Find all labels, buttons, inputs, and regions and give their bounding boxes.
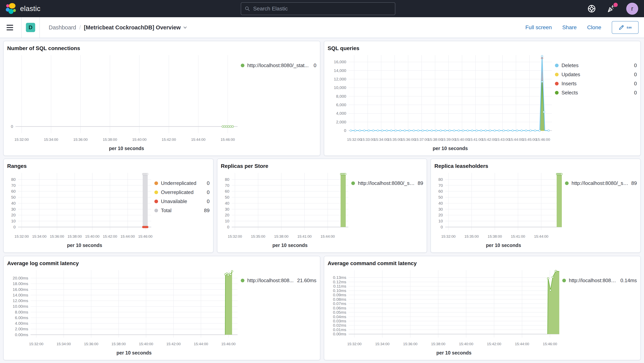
global-search bbox=[241, 2, 395, 15]
space-badge[interactable]: D bbox=[26, 23, 35, 32]
plot: 15:32:0015:35:0015:38:0015:41:0015:44:00… bbox=[438, 173, 562, 248]
panel-replica-leaseholders: Replica leaseholders 15:32:0015:35:0015:… bbox=[430, 159, 641, 253]
legend-swatch-icon bbox=[565, 181, 569, 185]
legend-item[interactable]: http://localhost:8080/_sta... 89 bbox=[351, 180, 423, 186]
legend-value: 0 bbox=[207, 180, 210, 186]
svg-text:0.00ms: 0.00ms bbox=[15, 332, 28, 337]
share-button[interactable]: Share bbox=[562, 24, 577, 31]
svg-text:15:40:00: 15:40:00 bbox=[139, 342, 153, 346]
panel-sql-connections: Number of SQL connections 15:32:0015:34:… bbox=[3, 41, 320, 156]
legend-label: http://localhost:8080... bbox=[569, 277, 618, 283]
legend-item[interactable]: Underreplicated 0 bbox=[154, 180, 210, 186]
legend-label: http://localhost:8080/_stat... bbox=[247, 63, 311, 69]
svg-text:10: 10 bbox=[438, 219, 443, 223]
legend-item[interactable]: Inserts 0 bbox=[555, 81, 637, 87]
svg-text:15:41:00: 15:41:00 bbox=[468, 138, 483, 142]
breadcrumb-separator: / bbox=[79, 24, 81, 31]
svg-text:15:38:00: 15:38:00 bbox=[103, 138, 117, 142]
svg-text:15:36:00: 15:36:00 bbox=[401, 138, 415, 142]
legend-swatch-icon bbox=[351, 181, 355, 185]
svg-text:15:42:00: 15:42:00 bbox=[166, 342, 181, 346]
panel-title: Ranges bbox=[7, 163, 210, 169]
svg-text:15:32:00: 15:32:00 bbox=[29, 342, 44, 346]
legend-swatch-icon bbox=[154, 209, 158, 212]
panel-title: Replica leaseholders bbox=[434, 163, 637, 169]
svg-text:15:46:00: 15:46:00 bbox=[221, 342, 236, 346]
panel-title: Average log commit latency bbox=[7, 260, 316, 267]
legend-item[interactable]: Total 89 bbox=[154, 207, 210, 213]
svg-text:15:44:00: 15:44:00 bbox=[534, 234, 548, 238]
svg-text:15:40:00: 15:40:00 bbox=[85, 234, 100, 238]
chart-canvas-avg-command-commit-latency: 15:32:0015:34:0015:36:0015:38:0015:40:00… bbox=[328, 267, 562, 357]
legend-label: http://localhost:808... bbox=[247, 277, 294, 283]
toolbar: D Dashboard / [Metricbeat CockroachDB] O… bbox=[0, 17, 644, 38]
clone-button[interactable]: Clone bbox=[587, 24, 601, 31]
svg-text:0.08ms: 0.08ms bbox=[333, 297, 346, 301]
panel-avg-log-commit-latency: Average log commit latency 15:32:0015:34… bbox=[3, 256, 320, 360]
legend-swatch-icon bbox=[154, 190, 158, 194]
svg-text:2.00ms: 2.00ms bbox=[15, 327, 28, 331]
logo-blob-teal bbox=[8, 9, 14, 14]
svg-text:14.00ms: 14.00ms bbox=[12, 293, 28, 297]
svg-text:0.06ms: 0.06ms bbox=[333, 305, 346, 310]
news-button[interactable] bbox=[606, 4, 616, 14]
legend-item[interactable]: Unavailable 0 bbox=[154, 198, 210, 204]
svg-text:15:42:00: 15:42:00 bbox=[103, 234, 117, 238]
legend-item[interactable]: http://localhost:8080/_stat... 0 bbox=[241, 63, 316, 69]
svg-text:8,000: 8,000 bbox=[336, 94, 346, 98]
legend-item[interactable]: http://localhost:808... 21.60ms bbox=[241, 277, 316, 283]
svg-text:15:46:00: 15:46:00 bbox=[536, 138, 550, 142]
svg-text:20: 20 bbox=[438, 213, 443, 217]
legend-label: Unavailable bbox=[161, 198, 204, 204]
legend-item[interactable]: Updates 0 bbox=[555, 72, 637, 78]
legend-label: http://localhost:8080/_sta... bbox=[572, 180, 628, 186]
svg-text:15:42:00: 15:42:00 bbox=[162, 138, 176, 142]
page-title[interactable]: [Metricbeat CockroachDB] Overview bbox=[84, 24, 188, 31]
svg-text:15:44:00: 15:44:00 bbox=[320, 234, 335, 238]
full-screen-button[interactable]: Full screen bbox=[525, 24, 552, 31]
search-box[interactable] bbox=[241, 2, 395, 15]
panel-ranges: Ranges 15:32:0015:34:0015:36:0015:38:001… bbox=[3, 159, 214, 253]
legend-item[interactable]: Overreplicated 0 bbox=[154, 189, 210, 195]
svg-text:15:32:00: 15:32:00 bbox=[14, 138, 29, 142]
svg-text:0.12ms: 0.12ms bbox=[333, 279, 346, 284]
legend-label: Overreplicated bbox=[161, 189, 204, 195]
svg-text:50: 50 bbox=[11, 195, 16, 199]
svg-text:15:46:00: 15:46:00 bbox=[138, 234, 152, 238]
legend-item[interactable]: Selects 0 bbox=[555, 90, 637, 96]
svg-text:6,000: 6,000 bbox=[336, 103, 346, 107]
svg-text:12,000: 12,000 bbox=[334, 77, 346, 81]
legend-swatch-icon bbox=[241, 279, 244, 282]
elastic-logo[interactable]: elastic bbox=[6, 3, 40, 14]
legend-item[interactable]: Deletes 0 bbox=[555, 63, 637, 69]
svg-text:15:36:00: 15:36:00 bbox=[74, 138, 88, 142]
logo-text: elastic bbox=[20, 5, 40, 13]
svg-text:0.11ms: 0.11ms bbox=[333, 284, 346, 288]
svg-text:per 10 seconds: per 10 seconds bbox=[436, 350, 472, 355]
legend-item[interactable]: http://localhost:8080/_sta... 89 bbox=[565, 180, 637, 186]
edit-button[interactable]: Edit bbox=[612, 21, 638, 34]
panel-sql-queries: SQL queries 15:32:0015:33:0015:34:0015:3… bbox=[324, 41, 641, 156]
svg-text:80: 80 bbox=[11, 177, 16, 181]
legend-value: 0 bbox=[207, 189, 210, 195]
breadcrumb-dashboard[interactable]: Dashboard bbox=[49, 24, 76, 31]
svg-text:20: 20 bbox=[11, 213, 16, 217]
svg-text:per 10 seconds: per 10 seconds bbox=[432, 146, 468, 151]
chevron-down-icon bbox=[182, 25, 188, 30]
help-button[interactable] bbox=[587, 4, 596, 14]
search-input[interactable] bbox=[253, 6, 392, 12]
legend-label: Underreplicated bbox=[161, 180, 204, 186]
svg-text:15:46:00: 15:46:00 bbox=[221, 138, 235, 142]
legend-label: Deletes bbox=[562, 63, 631, 69]
menu-button[interactable] bbox=[6, 25, 13, 30]
user-avatar[interactable]: r bbox=[626, 3, 638, 15]
svg-text:0.05ms: 0.05ms bbox=[333, 310, 346, 314]
svg-text:40: 40 bbox=[225, 201, 229, 205]
svg-text:15:32:00: 15:32:00 bbox=[347, 342, 362, 346]
chart-canvas-replicas-per-store: 15:32:0015:35:0015:38:0015:41:0015:44:00… bbox=[221, 170, 352, 250]
breadcrumb: Dashboard / [Metricbeat CockroachDB] Ove… bbox=[49, 24, 188, 31]
svg-text:per 10 seconds: per 10 seconds bbox=[116, 350, 152, 355]
legend-item[interactable]: http://localhost:8080... 0.14ms bbox=[562, 277, 637, 283]
svg-text:30: 30 bbox=[225, 207, 229, 211]
svg-text:15:43:00: 15:43:00 bbox=[495, 138, 510, 142]
